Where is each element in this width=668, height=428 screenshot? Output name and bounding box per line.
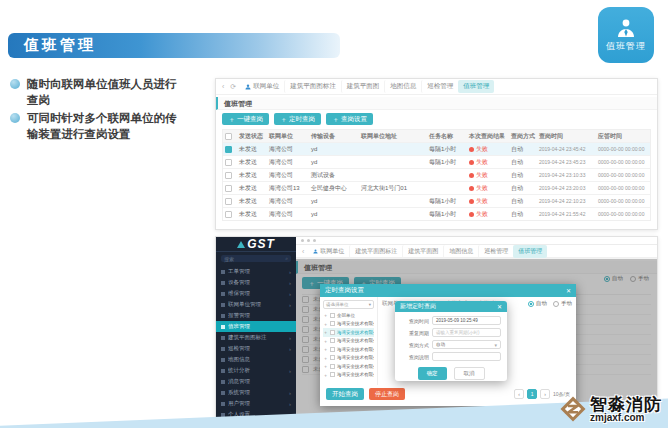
toolbar-button[interactable]: ＋ 查岗设置 [326,113,373,125]
radio-option[interactable]: 手动 [553,300,572,307]
nav-tab[interactable]: 值班管理 [458,80,494,93]
table-row[interactable]: 未发送 海湾公司 yd 每隔1小时 失败 自动 2019-04-24 23:45… [223,142,650,155]
sidebar-search-input[interactable]: 搜索 ⌕ [221,255,291,262]
expand-icon[interactable]: ＋ [323,363,328,369]
back-icon[interactable]: ‹ [300,248,306,255]
toolbar: ＋ 一键查岗 ＋ 定时查岗 ＋ 查岗设置 [216,110,657,128]
nav-tab[interactable]: 巡检管理 [478,245,513,258]
unit-select[interactable]: 请选择单位 ▾ [323,300,374,309]
toolbar-button[interactable]: ＋ 定时查岗 [274,113,321,125]
sidebar-item[interactable]: 报警管理 [216,310,296,321]
unit-tree-panel: 请选择单位 ▾ ＋ 全部单位 [320,297,378,385]
sidebar-item[interactable]: 工单管理 › [216,266,296,277]
next-page-button[interactable]: › [540,389,550,399]
nav-tab[interactable]: 地图信息 [384,80,421,93]
sidebar-item[interactable]: 系统管理 › [216,387,296,398]
row-checkbox[interactable] [225,159,232,166]
nav-tab[interactable]: 建筑平面图标注 [284,80,341,93]
nav-tab[interactable]: 联网单位 [308,245,349,258]
duty-app-badge[interactable]: 值班管理 [598,7,654,63]
sidebar-item[interactable]: 用户管理 › [216,398,296,409]
tree-checkbox[interactable] [330,330,335,335]
table-row[interactable]: 未发送 海湾公司 测试设备 失败 自动 2019-04-24 23:10:33 … [223,168,650,181]
nav-tab[interactable]: 建筑平面图 [341,80,385,93]
nav-tab[interactable]: 联网单位 [240,80,284,93]
confirm-button[interactable]: 确定 [418,367,447,380]
sidebar-item[interactable]: 联网单位管理 › [216,299,296,310]
sidebar-item[interactable]: 设备管理 › [216,277,296,288]
table-row[interactable]: 未发送 海湾公司 yd 每隔1小时 失败 自动 2019-04-24 22:10… [223,194,650,207]
person-icon [245,84,251,90]
refresh-icon[interactable]: ⟳ [228,83,238,91]
expand-icon[interactable]: ＋ [323,338,328,344]
expand-icon[interactable]: ＋ [323,321,328,327]
modal-footer: 开始查岗 停止查岗 ‹ 1 › 10条/页 [320,385,576,403]
nav-tab[interactable]: 建筑平面图标注 [349,245,402,258]
expand-icon[interactable]: ＋ [323,355,328,361]
row-checkbox[interactable] [225,211,232,218]
tree-checkbox[interactable] [330,321,335,326]
menu-item-icon [221,369,225,373]
sidebar-item[interactable]: 维保管理 › [216,288,296,299]
nav-tab[interactable]: 值班管理 [513,245,547,258]
tree-item[interactable]: ＋ 海湾安全技术有限公司4 [323,345,374,354]
tree-item[interactable]: ＋ 全部单位 [323,311,374,320]
row-checkbox[interactable] [225,172,232,179]
search-icon: ⌕ [285,255,288,262]
nav-tab[interactable]: 巡检管理 [421,80,458,93]
nav-tab[interactable]: 建筑平面图 [402,245,443,258]
tree-checkbox[interactable] [330,364,335,369]
menu-item-icon [221,391,225,395]
field-input[interactable]: 自动 ▾ [432,340,501,349]
nav-tab[interactable]: 地图信息 [443,245,478,258]
person-icon [313,249,318,254]
tree-checkbox[interactable] [330,355,335,360]
radio-option[interactable]: 自动 [528,300,547,307]
stop-check-button[interactable]: 停止查岗 [369,388,405,400]
sidebar-item[interactable]: 消息管理 [216,376,296,387]
tree-checkbox[interactable] [330,372,335,377]
field-label: 查岗说明 [401,354,429,360]
cancel-button[interactable]: 取消 [454,367,485,380]
tree-item[interactable]: ＋ 海湾安全技术有限公司1 [323,320,374,329]
tree-checkbox[interactable] [330,313,335,318]
sidebar-item[interactable]: 统计分析 › [216,365,296,376]
current-page[interactable]: 1 [527,389,537,399]
close-icon[interactable]: ✕ [566,287,571,294]
tree-checkbox[interactable] [330,347,335,352]
table-row[interactable]: 未发送 海湾公司 yd 每隔1小时 失败 自动 2019-04-24 23:45… [223,155,650,168]
menu-item-icon [221,347,225,351]
table-row[interactable]: 未发送 海湾公司13 全民健身中心 河北大街1号门01 失败 自动 2019-0… [223,181,650,194]
sidebar-item[interactable]: 地图信息 [216,354,296,365]
expand-icon[interactable]: ＋ [323,329,328,335]
tree-item[interactable]: ＋ 海湾安全技术有限公司7 [323,371,374,380]
expand-icon[interactable]: ＋ [323,372,328,378]
tree-item[interactable]: ＋ 海湾安全技术有限公司2 [323,328,374,337]
table-row[interactable]: 未发送 海湾公司 yd 每隔1小时 失败 自动 2019-04-24 21:55… [223,207,650,220]
prev-page-button[interactable]: ‹ [514,389,524,399]
chevron-down-icon: ▾ [369,302,371,307]
field-input[interactable]: 请输入重复周期(小时) [432,328,501,337]
row-checkbox[interactable] [225,198,232,205]
field-input[interactable] [432,352,501,361]
tree-item[interactable]: ＋ 海湾安全技术有限公司5 [323,354,374,363]
close-icon[interactable]: ✕ [497,303,502,310]
bullet-dot-icon [10,113,20,123]
tree-checkbox[interactable] [330,338,335,343]
select-all-checkbox[interactable] [225,133,232,140]
start-check-button[interactable]: 开始查岗 [326,388,364,400]
tree-item[interactable]: ＋ 海湾安全技术有限公司3 [323,337,374,346]
toolbar-button[interactable]: ＋ 一键查岗 [222,113,269,125]
back-icon[interactable]: ‹ [220,83,226,90]
sidebar-item[interactable]: 巡检管理 › [216,343,296,354]
row-checkbox[interactable] [225,146,232,153]
field-input[interactable]: 2019-05-09 10:25:49 [432,316,501,325]
expand-icon[interactable]: ＋ [323,312,328,318]
row-checkbox[interactable] [225,185,232,192]
tree-item[interactable]: ＋ 海湾安全技术有限公司6 [323,362,374,371]
chevron-right-icon: › [289,346,291,352]
expand-icon[interactable]: ＋ [323,346,328,352]
sidebar-item[interactable]: 建筑平面图标注 › [216,332,296,343]
sidebar-item[interactable]: 值班管理 [216,321,296,332]
menu-item-icon [221,270,225,274]
